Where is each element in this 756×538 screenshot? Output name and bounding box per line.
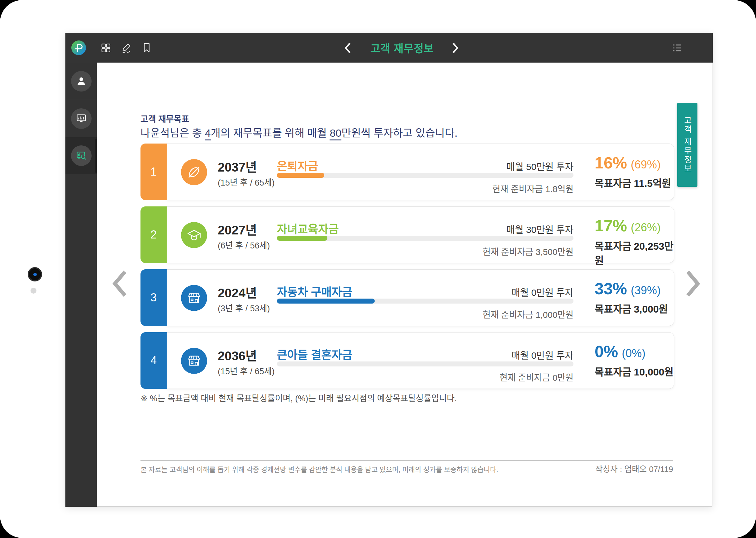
target-label: 목표자금 (595, 241, 631, 252)
prev-slide-chevron-icon[interactable] (111, 270, 127, 297)
goal-list: 1 (141, 143, 674, 389)
current-achievement-pct: 0% (595, 342, 618, 361)
goal-monthly-investment: 매월 50만원 투자 (506, 159, 573, 173)
goal-monthly-investment: 매월 0만원 투자 (511, 348, 573, 361)
graduation-cap-icon (186, 227, 202, 243)
monitor-chart-icon (71, 108, 91, 129)
goal-current-funds: 현재 준비자금 1,000만원 (483, 308, 573, 320)
store-icon (186, 353, 202, 369)
goal-achievement-rates: 16% (69%) (595, 153, 671, 172)
projected-achievement-pct: (39%) (631, 284, 661, 297)
target-label: 목표자금 (595, 178, 631, 189)
percentage-footnote: ※ %는 목표금액 대비 현재 목표달성률이며, (%)는 미래 필요시점의 예… (141, 392, 457, 404)
goal-name: 자녀교육자금 (277, 220, 339, 236)
sidebar-item-analysis[interactable] (65, 137, 97, 174)
summary-part: 개의 재무목표를 위해 매월 (211, 127, 330, 139)
goal-current-funds: 현재 준비자금 3,500만원 (483, 245, 573, 257)
current-achievement-pct: 33% (595, 279, 627, 298)
goal-count-underlined: 4 (205, 128, 211, 140)
goal-age-note: (15년 후 / 65세) (218, 365, 275, 377)
sidebar-item-dashboard[interactable] (65, 100, 97, 137)
summary-part: 만원씩 투자하고 있습니다. (341, 127, 457, 139)
goal-achievement: 17% (26%) 목표자금20,253만원 (595, 216, 674, 267)
app-window: 고객 재무정보 (65, 33, 712, 507)
goal-monthly-investment: 매월 0만원 투자 (511, 285, 573, 298)
goal-age-note: (6년 후 / 56세) (218, 239, 270, 251)
monthly-total-underlined: 80 (329, 128, 341, 140)
goal-achievement-rates: 17% (26%) (595, 216, 674, 235)
goal-target-funds: 목표자금11.5억원 (595, 175, 671, 189)
goal-rank-badge: 4 (141, 332, 167, 389)
projected-achievement-pct: (26%) (631, 221, 661, 234)
goal-name: 자동차 구매자금 (277, 283, 352, 299)
page-title: 고객 재무정보 (370, 40, 434, 55)
goal-achievement: 0% (0%) 목표자금10,000원 (595, 342, 673, 378)
goal-current-funds: 현재 준비자금 1.8억원 (492, 182, 573, 194)
list-menu-icon[interactable] (670, 41, 683, 54)
sidebar-item-customer[interactable] (65, 63, 97, 100)
leaf-icon (186, 164, 202, 180)
goal-year: 2036년 (218, 346, 257, 364)
next-slide-chevron-icon[interactable] (685, 270, 702, 297)
goal-name: 큰아들 결혼자금 (277, 346, 352, 362)
goal-year: 2027년 (218, 220, 257, 238)
goal-card[interactable]: 2 (141, 206, 674, 263)
person-icon (71, 71, 91, 91)
goal-progress-fill (277, 298, 375, 303)
target-value: 11.5억원 (634, 178, 671, 189)
camera-icon (28, 267, 42, 282)
customer-financial-info-tab[interactable]: 고객 재무정보 (677, 103, 697, 187)
goal-rank-badge: 2 (141, 206, 167, 263)
goal-achievement-rates: 33% (39%) (595, 279, 668, 298)
goal-current-funds: 현재 준비자금 0만원 (500, 371, 573, 383)
goal-rank-badge: 1 (141, 143, 167, 200)
sidebar (65, 63, 97, 507)
projected-achievement-pct: (0%) (622, 347, 645, 360)
goal-progress-bar (277, 173, 573, 178)
store-icon (186, 290, 202, 306)
goal-progress-bar (277, 236, 573, 241)
next-page-chevron-icon[interactable] (452, 42, 460, 54)
target-label: 목표자금 (595, 303, 631, 315)
section-title: 고객 재무목표 (141, 112, 189, 125)
goal-target-funds: 목표자금20,253만원 (595, 238, 674, 267)
side-tab-label: 고객 재무정보 (681, 116, 693, 173)
footer-author: 작성자 : 엄태오 07/119 (141, 463, 673, 474)
bookmark-icon[interactable] (140, 41, 153, 54)
projected-achievement-pct: (69%) (631, 158, 661, 171)
goal-card[interactable]: 1 (141, 143, 674, 200)
summary-part: 나윤석님은 총 (141, 127, 205, 139)
goal-achievement-rates: 0% (0%) (595, 342, 673, 361)
target-value: 10,000원 (634, 366, 673, 378)
grid-icon[interactable] (99, 41, 112, 54)
goal-age-note: (15년 후 / 65세) (218, 176, 275, 188)
goal-rank-badge: 3 (141, 269, 167, 326)
app-header: 고객 재무정보 (65, 33, 713, 63)
goal-icon (181, 285, 207, 311)
header-title-group: 고객 재무정보 (344, 33, 460, 63)
goal-target-funds: 목표자금10,000원 (595, 364, 673, 378)
goal-progress-fill (277, 236, 327, 241)
light-sensor-dot (30, 288, 36, 294)
prev-page-chevron-icon[interactable] (344, 42, 352, 54)
footer-divider (141, 460, 673, 461)
goal-age-note: (3년 후 / 53세) (218, 302, 270, 314)
goal-card[interactable]: 4 (141, 332, 674, 389)
goal-monthly-investment: 매월 30만원 투자 (506, 222, 573, 236)
goal-target-funds: 목표자금3,000원 (595, 301, 668, 315)
goal-card[interactable]: 3 (141, 269, 674, 326)
app-logo[interactable] (71, 40, 86, 55)
goal-icon (181, 348, 207, 374)
goal-icon (181, 159, 207, 185)
tablet-frame: 고객 재무정보 (0, 0, 756, 538)
camera-lens (33, 273, 37, 276)
p-logo-icon (73, 42, 85, 54)
monitor-search-icon (71, 145, 91, 166)
target-value: 3,000원 (634, 303, 668, 315)
goal-progress-fill (277, 173, 324, 178)
goal-progress-bar (277, 361, 573, 366)
goal-year: 2024년 (218, 283, 257, 301)
pen-icon[interactable] (120, 41, 133, 54)
goal-name: 은퇴자금 (277, 157, 318, 173)
goal-achievement: 33% (39%) 목표자금3,000원 (595, 279, 668, 315)
